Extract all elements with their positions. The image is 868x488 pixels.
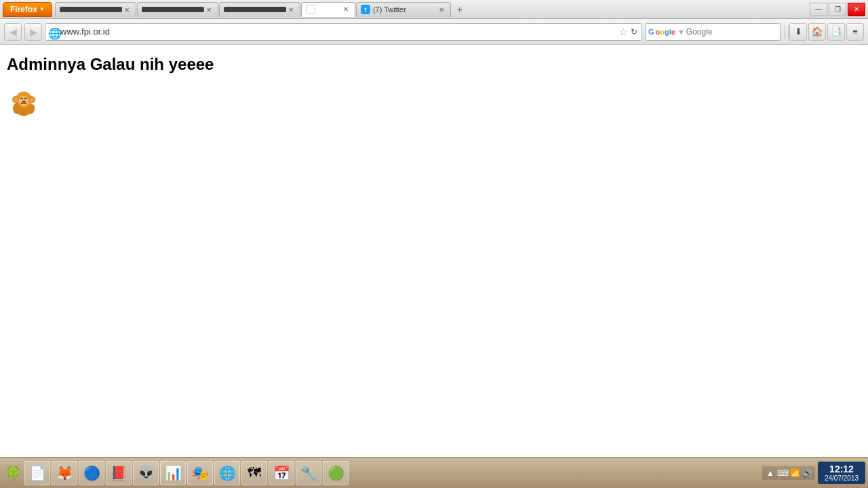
tray-expand-icon[interactable]: ▲ <box>765 468 776 479</box>
browser-tab-4-active[interactable]: ✕ <box>301 2 355 17</box>
browser-tab-1[interactable]: ✕ <box>55 2 136 17</box>
firefox-taskbar-icon: 🦊 <box>56 465 73 481</box>
forward-button[interactable]: ▶ <box>24 23 42 41</box>
taskbar-item-app1[interactable]: 🎭 <box>187 461 213 485</box>
svg-point-11 <box>26 100 31 104</box>
tray-keyboard-icon[interactable]: ⌨ <box>777 468 788 479</box>
svg-point-14 <box>14 103 20 107</box>
toolbar-buttons: ⬇ 🏠 📑 ≡ <box>789 23 864 41</box>
tab-3-label-redacted <box>224 7 286 12</box>
chart-icon: 📊 <box>165 465 182 481</box>
chrome-icon: 🔵 <box>83 465 100 481</box>
back-button[interactable]: ◀ <box>4 23 22 41</box>
twitter-tab-label: (7) Twitter <box>373 5 437 14</box>
google-e-icon: e <box>671 28 675 36</box>
taskbar-item-reader[interactable]: 📕 <box>106 461 132 485</box>
svg-point-9 <box>24 101 26 102</box>
menu-button[interactable]: ≡ <box>846 23 864 41</box>
tab-4-favicon <box>306 5 315 14</box>
twitter-tab-close[interactable]: ✕ <box>437 5 446 14</box>
title-bar: Firefox ✕ ✕ ✕ ✕ <box>0 0 868 19</box>
page-heading: Adminnya Galau nih yeeee <box>7 55 861 74</box>
taskbar-item-app2[interactable]: 🗺 <box>241 461 267 485</box>
taskbar-clover-icon[interactable]: 🍀 <box>3 463 23 483</box>
window-controls: — ❐ ✕ <box>810 3 865 16</box>
search-divider: ▼ <box>677 28 685 36</box>
word-icon: 📄 <box>29 465 46 481</box>
google-g-icon: G <box>648 28 654 36</box>
minimize-button[interactable]: — <box>810 3 827 16</box>
svg-point-6 <box>30 98 34 102</box>
taskbar-item-chart[interactable]: 📊 <box>160 461 186 485</box>
system-tray: ▲ ⌨ 📶 🔊 <box>762 466 815 480</box>
google-o2-icon: o <box>660 28 665 36</box>
google-o1-icon: o <box>656 28 660 36</box>
page-content: Adminnya Galau nih yeeee <box>0 45 868 457</box>
restore-button[interactable]: ❐ <box>829 3 846 16</box>
clock-date: 24/07/2013 <box>823 474 860 482</box>
taskbar-item-winamp[interactable]: 👽 <box>133 461 159 485</box>
tab-1-label-redacted <box>60 7 122 12</box>
clock-area[interactable]: 12:12 24/07/2013 <box>818 462 865 484</box>
taskbar-item-firefox[interactable]: 🦊 <box>52 461 77 485</box>
browser-tab-twitter[interactable]: t (7) Twitter ✕ <box>356 2 451 17</box>
reader-icon: 📕 <box>111 465 127 481</box>
clock-time: 12:12 <box>823 464 860 474</box>
tabs-bar: ✕ ✕ ✕ ✕ t (7) Twitter ✕ <box>55 2 810 17</box>
tray-network-icon[interactable]: 📶 <box>789 468 800 479</box>
download-button[interactable]: ⬇ <box>789 23 807 41</box>
bookmark-star-icon[interactable]: ☆ <box>619 26 628 37</box>
close-button[interactable]: ✕ <box>848 3 865 16</box>
url-bar[interactable]: 🌐 ☆ ↻ <box>45 23 642 41</box>
svg-point-4 <box>14 98 18 102</box>
taskbar-item-tools[interactable]: 🔧 <box>296 461 321 485</box>
google-g2-icon: g <box>665 28 669 36</box>
taskbar-item-calendar[interactable]: 📅 <box>269 461 294 485</box>
browser-window: Firefox ✕ ✕ ✕ ✕ <box>0 0 868 488</box>
taskbar: 🍀 📄 🦊 🔵 📕 👽 📊 <box>0 457 868 488</box>
url-input[interactable] <box>60 26 618 37</box>
network-icon: 🌐 <box>219 465 236 481</box>
app1-icon: 🎭 <box>192 465 209 481</box>
taskbar-item-network[interactable]: 🌐 <box>214 461 240 485</box>
home-button[interactable]: 🏠 <box>808 23 826 41</box>
tab-4-close[interactable]: ✕ <box>341 5 351 14</box>
browser-tab-3[interactable]: ✕ <box>219 2 300 17</box>
page-favicon: 🌐 <box>48 27 58 37</box>
taskbar-item-chrome[interactable]: 🔵 <box>79 461 104 485</box>
tray-volume-icon[interactable]: 🔊 <box>802 468 812 479</box>
monkey-svg <box>7 87 41 121</box>
new-tab-button[interactable]: + <box>452 2 468 17</box>
toolbar-separator <box>785 25 785 39</box>
green-orb-icon: 🟢 <box>328 465 344 481</box>
twitter-favicon: t <box>361 5 370 14</box>
monkey-image <box>7 87 41 121</box>
firefox-menu-button[interactable]: Firefox <box>3 2 52 17</box>
tools-icon: 🔧 <box>300 465 317 481</box>
tab-2-close[interactable]: ✕ <box>204 5 214 14</box>
tab-2-label-redacted <box>142 7 204 12</box>
browser-tab-2[interactable]: ✕ <box>137 2 218 17</box>
refresh-icon[interactable]: ↻ <box>631 27 637 37</box>
taskbar-items: 📄 🦊 🔵 📕 👽 📊 🎭 <box>24 461 761 485</box>
svg-point-8 <box>22 101 24 102</box>
tab-3-close[interactable]: ✕ <box>286 5 296 14</box>
navigation-bar: ◀ ▶ 🌐 ☆ ↻ G o o g l e ▼ 🔍 ⬇ 🏠 📑 ≡ <box>0 19 868 45</box>
winamp-icon: 👽 <box>138 465 155 481</box>
search-input[interactable] <box>686 27 788 37</box>
tab-1-close[interactable]: ✕ <box>122 5 132 14</box>
firefox-label: Firefox <box>10 5 37 14</box>
bookmarks-button[interactable]: 📑 <box>827 23 845 41</box>
taskbar-item-word[interactable]: 📄 <box>24 461 50 485</box>
search-bar[interactable]: G o o g l e ▼ 🔍 <box>645 23 781 41</box>
app2-icon: 🗺 <box>248 465 261 481</box>
taskbar-item-green[interactable]: 🟢 <box>323 461 349 485</box>
taskbar-right: ▲ ⌨ 📶 🔊 12:12 24/07/2013 <box>762 462 865 484</box>
calendar-icon: 📅 <box>273 465 290 481</box>
